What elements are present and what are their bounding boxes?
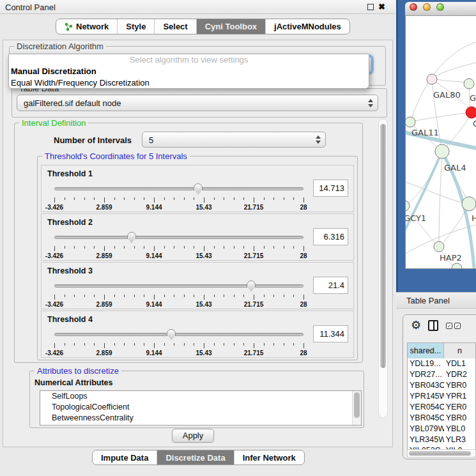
tick-mark [174,295,174,297]
table-row[interactable]: YPR145WYPR1 [408,391,475,402]
network-node-pink[interactable] [427,74,437,84]
slider-track[interactable] [54,187,303,190]
dropdown-item-manual-discretization[interactable]: Manual Discretization [9,66,369,77]
cell-name[interactable]: YPR1 [444,391,475,402]
scrollbar-thumb[interactable] [380,124,386,368]
threshold-value-field[interactable]: 14.713 [313,180,348,197]
threshold-value-field[interactable]: 6.316 [313,228,348,245]
cell-name[interactable]: YBL0 [444,424,475,434]
tick-mark [164,246,165,249]
network-edge[interactable] [441,207,468,245]
tab-discretize-data[interactable]: Discretize Data [157,450,233,464]
tick-mark [54,197,55,203]
cell-name[interactable]: YDR2 [444,369,475,380]
cell-shared-name[interactable]: YBR045C [408,413,444,424]
table-row[interactable]: YBR043CYBR0 [408,380,475,391]
column-header-shared-name[interactable]: shared... [408,343,444,358]
table-row[interactable]: YLR345WYLR3 [408,434,475,445]
attribute-list-item[interactable]: BetweennessCentrality [40,413,361,424]
slider-track[interactable] [54,284,303,288]
cell-name[interactable]: YDL1 [444,358,475,369]
network-edge-highlighted[interactable] [406,155,440,235]
table-row[interactable]: YBL079WYBL0 [408,424,475,434]
num-intervals-combobox[interactable]: 5 [142,132,326,148]
tab-style[interactable]: Style [117,19,154,34]
network-node-green[interactable] [434,242,444,252]
table-horizontal-scrollbar[interactable] [407,449,476,457]
network-node-green[interactable] [464,79,474,89]
cell-name[interactable]: YER0 [444,402,475,413]
list-scrollbar[interactable] [352,391,361,425]
minimize-traffic-light-icon[interactable] [423,3,431,11]
slider-thumb[interactable] [127,232,136,243]
node-label: GAL11 [411,128,439,137]
control-panel-tabs: Network Style Select Cyni Toolbox jActiv… [56,19,350,35]
scrollbar-thumb[interactable] [354,392,360,418]
tab-select[interactable]: Select [154,19,196,34]
network-node-green[interactable] [406,117,415,127]
threshold-slider[interactable]: -3.4262.8599.14415.4321.71528 [54,328,303,357]
slider-track[interactable] [54,236,303,239]
column-header-name[interactable]: n [444,343,475,358]
slider-thumb[interactable] [194,183,203,194]
network-node-green[interactable] [452,263,462,268]
tab-cyni-toolbox[interactable]: Cyni Toolbox [196,19,265,34]
cell-name[interactable]: YLR3 [444,434,475,445]
threshold-rows: Threshold 1-3.4262.8599.14415.4321.71528… [41,165,354,359]
cell-shared-name[interactable]: YDL19... [408,358,444,369]
network-edge[interactable] [406,154,441,204]
cell-shared-name[interactable]: YER054C [408,402,444,413]
tab-network[interactable]: Network [56,19,117,34]
zoom-traffic-light-icon[interactable] [436,3,444,11]
network-node-green[interactable] [406,201,410,211]
threshold-value-field[interactable]: 21.4 [313,277,348,294]
table-row[interactable]: YDL19...YDL1 [408,358,475,369]
network-edge[interactable] [434,63,476,78]
threshold-slider[interactable]: -3.4262.8599.14415.4321.71528 [54,182,303,211]
threshold-slider[interactable]: -3.4262.8599.14415.4321.71528 [54,231,303,260]
gear-icon[interactable]: ⚙ [411,318,421,332]
node-label: H [472,213,476,223]
attribute-list-item[interactable]: SelfLoops [40,391,361,402]
slider-thumb[interactable] [167,329,176,340]
checkbox-icon[interactable]: ✓ [446,323,452,329]
attribute-list-item[interactable]: TopologicalCoefficient [40,402,361,413]
tick-mark [234,295,234,297]
tab-infer-network[interactable]: Infer Network [234,450,304,464]
float-window-icon[interactable] [367,4,374,10]
table-row[interactable]: YBR045CYBR0 [408,413,475,424]
network-canvas[interactable]: GAL80GCGAL11GAL4GCY1HHAP2 [406,17,476,268]
checkbox-icon[interactable]: ✓ [454,323,461,329]
table-row[interactable]: YER054CYER0 [408,402,475,413]
dropdown-item-equal-width-frequency[interactable]: Equal Width/Frequency Discretization [9,77,369,89]
slider-track[interactable] [54,333,303,336]
threshold-value-field[interactable]: 11.344 [313,325,348,342]
cell-name[interactable]: YBR0 [444,413,475,424]
slider-thumb[interactable] [247,280,256,291]
cell-name[interactable]: YBR0 [444,380,475,391]
table-row[interactable]: YDR27...YDR2 [408,369,475,380]
cell-shared-name[interactable]: YBL079W [408,424,444,434]
split-columns-icon[interactable] [428,320,438,331]
network-node-green[interactable] [462,197,476,211]
cell-shared-name[interactable]: YBR043C [408,380,444,391]
network-node-red[interactable] [466,107,476,118]
tick-mark [74,343,75,346]
close-icon[interactable]: ✖ [378,2,385,12]
scrollbar-thumb[interactable] [409,451,471,456]
network-edge[interactable] [439,155,442,244]
numerical-attributes-list[interactable]: SelfLoopsTopologicalCoefficientBetweenne… [40,390,362,426]
cell-shared-name[interactable]: YLR345W [408,434,444,445]
close-traffic-light-icon[interactable] [410,3,417,11]
tab-impute-data[interactable]: Impute Data [93,450,157,464]
apply-button[interactable]: Apply [172,429,214,443]
panel-vertical-scrollbar[interactable] [378,119,388,418]
tab-jactivemnodules[interactable]: jActiveMNodules [265,19,349,34]
network-node-green[interactable] [435,144,449,158]
network-edge[interactable] [412,112,470,121]
cell-shared-name[interactable]: YDR27... [408,369,444,380]
cell-shared-name[interactable]: YPR145W [408,391,444,402]
tick-mark [54,246,55,251]
threshold-slider[interactable]: -3.4262.8599.14415.4321.71528 [54,279,303,309]
table-data-combobox[interactable]: galFiltered.sif default node [17,95,378,111]
